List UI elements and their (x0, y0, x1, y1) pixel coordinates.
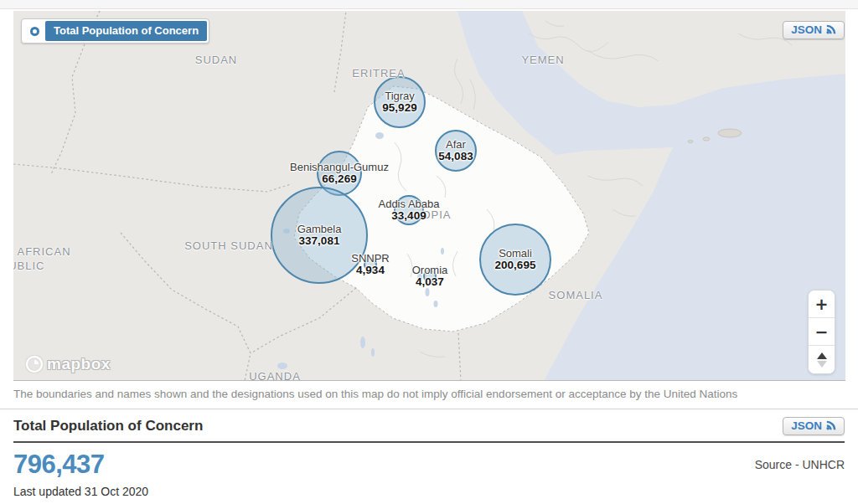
mapbox-wordmark: mapbox (47, 355, 111, 373)
feed-icon (825, 420, 836, 431)
bubble-afar[interactable] (436, 131, 476, 171)
source-label: Source - UNHCR (755, 458, 845, 471)
map-json-button-label: JSON (791, 23, 822, 36)
last-updated-label: Last updated 31 Oct 2020 (13, 485, 845, 498)
panel-json-button[interactable]: JSON (783, 417, 845, 435)
mapbox-attribution[interactable]: mapbox (25, 355, 111, 373)
stats-panel: Total Population of Concern JSON 796,437… (13, 417, 845, 498)
radio-icon[interactable] (23, 21, 45, 41)
pitch-toggle-button[interactable] (809, 346, 835, 373)
panel-json-button-label: JSON (791, 419, 822, 432)
layer-toggle[interactable]: Total Population of Concern (21, 18, 209, 44)
layer-toggle-label[interactable]: Total Population of Concern (45, 21, 207, 41)
pitch-up-icon (817, 352, 827, 359)
pitch-down-icon (817, 361, 827, 368)
map-canvas[interactable] (13, 11, 845, 381)
map-zoom-control[interactable]: + − (808, 290, 835, 374)
panel-rule (13, 441, 845, 443)
bubble-oromia[interactable] (424, 270, 436, 282)
mapbox-icon (25, 355, 44, 373)
bubble-snnpr[interactable] (364, 259, 376, 270)
page-top-strip (0, 0, 858, 9)
map-disclaimer: The boundaries and names shown and the d… (13, 388, 845, 400)
section-divider (0, 409, 858, 409)
total-population-value: 796,437 (13, 450, 105, 480)
zoom-out-button[interactable]: − (809, 318, 835, 346)
feed-icon (825, 24, 836, 35)
bubble-tigray[interactable] (375, 77, 425, 127)
bubble-addis-ababa[interactable] (395, 196, 423, 224)
map-json-button[interactable]: JSON (783, 21, 845, 39)
panel-title: Total Population of Concern (13, 418, 203, 435)
bubble-somali[interactable] (480, 224, 550, 295)
map-widget[interactable]: SUDANERITREAYEMENSOUTH SUDANCENTRAL AFRI… (13, 11, 845, 381)
zoom-in-button[interactable]: + (809, 291, 835, 318)
bubble-gambela[interactable] (271, 188, 367, 283)
